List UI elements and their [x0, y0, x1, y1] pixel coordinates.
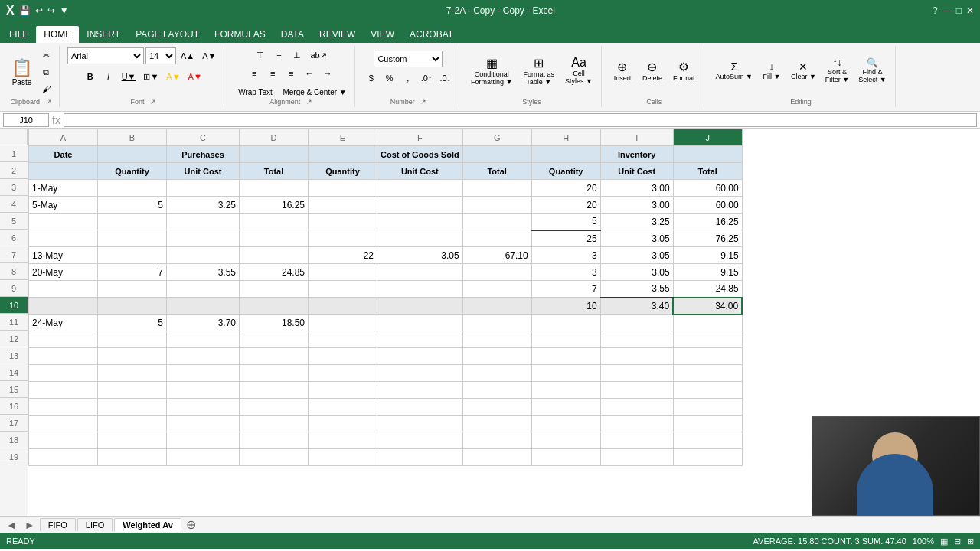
cell-j4[interactable]: 60.00 [673, 197, 742, 214]
cell-f5[interactable] [377, 214, 463, 230]
cell-f19[interactable] [377, 449, 463, 466]
cell-d8[interactable]: 24.85 [240, 264, 309, 281]
cell-c12[interactable] [167, 331, 240, 348]
cell-d1[interactable] [240, 146, 309, 163]
cell-i8[interactable]: 3.05 [600, 264, 673, 281]
decrease-font-btn[interactable]: A▼ [199, 48, 219, 64]
cell-e1[interactable] [309, 146, 377, 163]
cell-f10[interactable] [377, 298, 463, 315]
cell-h8[interactable]: 3 [531, 264, 600, 281]
cell-g17[interactable] [462, 416, 531, 432]
cell-h4[interactable]: 20 [531, 197, 600, 214]
cell-a6[interactable] [29, 230, 98, 247]
cell-b4[interactable]: 5 [98, 197, 167, 214]
tab-formulas[interactable]: FORMULAS [207, 26, 273, 43]
cell-j10[interactable]: 34.00 [673, 298, 742, 315]
conditional-formatting-btn[interactable]: ▦ ConditionalFormatting ▼ [467, 51, 516, 90]
cell-i18[interactable] [600, 432, 673, 449]
cell-d7[interactable] [240, 247, 309, 264]
sheet-nav-right[interactable]: ► [21, 519, 38, 531]
cell-b3[interactable] [98, 180, 167, 197]
cell-h18[interactable] [531, 432, 600, 449]
cell-c3[interactable] [167, 180, 240, 197]
cell-h12[interactable] [531, 331, 600, 348]
cell-d6[interactable] [240, 230, 309, 247]
cell-d9[interactable] [240, 281, 309, 298]
cell-c19[interactable] [167, 449, 240, 466]
cell-b14[interactable] [98, 365, 167, 382]
cell-d14[interactable] [240, 365, 309, 382]
row-header-14[interactable]: 14 [0, 364, 28, 381]
cell-i16[interactable] [600, 399, 673, 416]
tab-data[interactable]: DATA [273, 26, 312, 43]
cell-b18[interactable] [98, 432, 167, 449]
cell-a16[interactable] [29, 399, 98, 416]
cell-d15[interactable] [240, 382, 309, 399]
cell-d12[interactable] [240, 331, 309, 348]
cell-h7[interactable]: 3 [531, 247, 600, 264]
align-left-btn[interactable]: ≡ [246, 66, 263, 81]
cell-i14[interactable] [600, 365, 673, 382]
cell-c14[interactable] [167, 365, 240, 382]
cell-h10[interactable]: 10 [531, 298, 600, 315]
cell-styles-btn[interactable]: Aa CellStyles ▼ [561, 51, 596, 90]
view-page-break-icon[interactable]: ⊞ [967, 536, 974, 546]
cell-h16[interactable] [531, 399, 600, 416]
cell-a4[interactable]: 5-May [29, 197, 98, 214]
row-header-15[interactable]: 15 [0, 381, 28, 398]
cell-b13[interactable] [98, 348, 167, 365]
col-header-g[interactable]: G [462, 129, 531, 146]
cell-b5[interactable] [98, 214, 167, 230]
cell-c6[interactable] [167, 230, 240, 247]
format-as-table-btn[interactable]: ⊞ Format asTable ▼ [520, 51, 559, 90]
cell-a15[interactable] [29, 382, 98, 399]
cell-f2[interactable]: Unit Cost [377, 163, 463, 180]
row-header-3[interactable]: 3 [0, 179, 28, 196]
cell-f16[interactable] [377, 399, 463, 416]
row-header-4[interactable]: 4 [0, 196, 28, 213]
cell-i5[interactable]: 3.25 [600, 214, 673, 230]
cell-g11[interactable] [462, 315, 531, 331]
autosum-btn[interactable]: Σ AutoSum ▼ [712, 51, 756, 90]
cell-e19[interactable] [309, 449, 377, 466]
cell-g7[interactable]: 67.10 [462, 247, 531, 264]
delete-btn[interactable]: ⊖ Delete [639, 51, 666, 90]
row-header-10[interactable]: 10 [0, 297, 28, 314]
col-header-j[interactable]: J [673, 129, 742, 146]
align-right-btn[interactable]: ≡ [283, 66, 299, 81]
cell-g4[interactable] [462, 197, 531, 214]
col-header-f[interactable]: F [377, 129, 463, 146]
cell-g15[interactable] [462, 382, 531, 399]
col-header-i[interactable]: I [600, 129, 673, 146]
row-header-7[interactable]: 7 [0, 246, 28, 263]
cell-a8[interactable]: 20-May [29, 264, 98, 281]
cell-f3[interactable] [377, 180, 463, 197]
row-header-19[interactable]: 19 [0, 448, 28, 465]
cell-e2[interactable]: Quantity [309, 163, 377, 180]
cell-b6[interactable] [98, 230, 167, 247]
cell-j15[interactable] [673, 382, 742, 399]
insert-btn[interactable]: ⊕ Insert [609, 51, 635, 90]
cell-f17[interactable] [377, 416, 463, 432]
maximize-btn[interactable]: □ [956, 5, 962, 16]
cell-f12[interactable] [377, 331, 463, 348]
cell-j3[interactable]: 60.00 [673, 180, 742, 197]
cell-h13[interactable] [531, 348, 600, 365]
cell-c2[interactable]: Unit Cost [167, 163, 240, 180]
font-color-button[interactable]: A▼ [185, 69, 205, 84]
cell-b12[interactable] [98, 331, 167, 348]
cell-g3[interactable] [462, 180, 531, 197]
tab-view[interactable]: VIEW [363, 26, 402, 43]
cell-a2[interactable] [29, 163, 98, 180]
row-header-12[interactable]: 12 [0, 331, 28, 347]
find-select-btn[interactable]: 🔍 Find &Select ▼ [854, 51, 890, 90]
view-normal-icon[interactable]: ▦ [940, 536, 948, 546]
cell-c7[interactable] [167, 247, 240, 264]
cell-d5[interactable] [240, 214, 309, 230]
cell-g10[interactable] [462, 298, 531, 315]
format-btn[interactable]: ⚙ Format [669, 51, 699, 90]
sheet-nav-left[interactable]: ◄ [3, 519, 20, 531]
cell-d19[interactable] [240, 449, 309, 466]
cell-f14[interactable] [377, 365, 463, 382]
cell-a10[interactable] [29, 298, 98, 315]
